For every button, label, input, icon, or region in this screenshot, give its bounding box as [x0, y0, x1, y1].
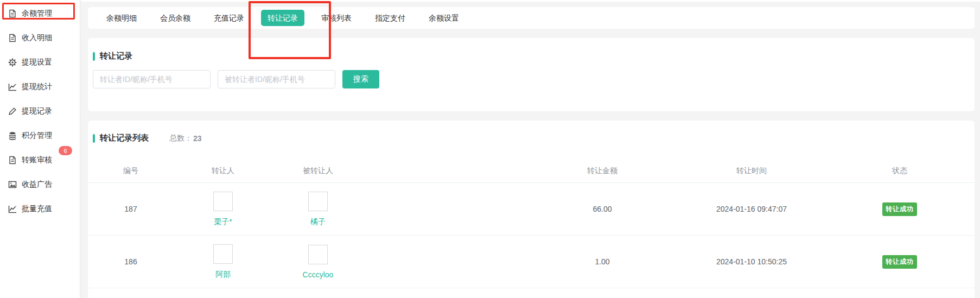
cell-amount: 66.00	[364, 183, 678, 235]
section-title-text: 转让记录列表	[100, 133, 149, 143]
sidebar-item-batch-recharge[interactable]: 批量充值	[0, 196, 80, 221]
table-row: 187 栗子* 橘子 66.00 2024-01-16 09:47:07 转让成…	[88, 183, 975, 236]
avatar[interactable]	[308, 245, 328, 264]
title-accent-bar	[93, 134, 95, 143]
sidebar-item-transfer-review[interactable]: 转账审核 6	[0, 148, 80, 172]
cell-status: 转让成功	[825, 183, 975, 235]
search-section-title: 转让记录	[88, 38, 975, 61]
sidebar: 余额管理 收入明细 提现设置 提现统计 提现记录	[0, 0, 80, 298]
sidebar-item-revenue-ads[interactable]: 收益广告	[0, 172, 80, 196]
sidebar-item-label: 积分管理	[22, 131, 52, 141]
user-name-link[interactable]: 阿部	[215, 270, 231, 280]
total-count: 总数： 23	[169, 134, 202, 143]
transferee-search-input[interactable]	[218, 70, 335, 88]
cell-id: 187	[88, 183, 174, 235]
user-name-link[interactable]: 栗子*	[214, 217, 232, 227]
tab-designated-payment[interactable]: 指定支付	[368, 10, 412, 26]
sidebar-item-withdraw-stats[interactable]: 提现统计	[0, 74, 80, 99]
gear-icon	[8, 58, 17, 67]
tab-balance-settings[interactable]: 余额设置	[422, 10, 466, 26]
tab-member-balance[interactable]: 会员余额	[154, 10, 197, 26]
avatar[interactable]	[213, 192, 233, 211]
total-value: 23	[193, 134, 202, 143]
cell-transferee: Ccccyloo	[272, 236, 364, 288]
cell-amount: 1.00	[364, 236, 678, 288]
notification-badge: 6	[59, 146, 72, 155]
column-header-transferor: 转让人	[174, 160, 272, 182]
cell-transferor: 阿部	[174, 236, 272, 288]
document-icon	[8, 34, 17, 42]
image-icon	[8, 180, 17, 189]
sidebar-item-label: 提现设置	[22, 58, 52, 67]
chart-line-icon	[8, 205, 17, 213]
status-badge: 转让成功	[882, 255, 917, 269]
total-label: 总数：	[169, 134, 192, 143]
avatar[interactable]	[213, 244, 233, 264]
tab-balance-detail[interactable]: 余额明细	[100, 10, 143, 26]
cell-status: 转让成功	[825, 236, 975, 288]
cell-time: 2024-01-16 09:47:07	[678, 183, 825, 235]
user-name-link[interactable]: Ccccyloo	[303, 270, 334, 279]
column-header-id: 编号	[88, 160, 174, 182]
sidebar-item-points-management[interactable]: 积分管理	[0, 123, 80, 148]
sidebar-item-income-detail[interactable]: 收入明细	[0, 26, 80, 50]
user-name-link[interactable]: 橘子	[310, 217, 326, 227]
coins-icon	[8, 131, 17, 140]
sidebar-item-label: 批量充值	[22, 204, 52, 214]
section-title-text: 转让记录	[100, 51, 132, 61]
avatar[interactable]	[308, 192, 328, 211]
sidebar-item-label: 收入明细	[22, 33, 52, 43]
chart-line-icon	[8, 83, 17, 91]
column-header-time: 转让时间	[678, 160, 825, 182]
sidebar-item-label: 提现记录	[22, 106, 52, 116]
column-header-amount: 转让金额	[364, 160, 678, 182]
title-accent-bar	[93, 52, 95, 61]
sidebar-item-label: 提现统计	[22, 82, 52, 92]
tabs-bar: 余额明细 会员余额 充值记录 转让记录 审核列表 指定支付 余额设置	[88, 7, 975, 29]
annotation-box-transfer-tab	[249, 1, 331, 59]
pencil-icon	[8, 107, 17, 116]
cell-transferee: 橘子	[272, 183, 364, 235]
table-row: 186 阿部 Ccccyloo 1.00 2024-01-10 10:50:25…	[88, 236, 975, 288]
transfer-list-panel: 转让记录列表 总数： 23 编号 转让人 被转让人 转让金额 转让时间 状态 1…	[88, 121, 975, 298]
sidebar-item-label: 转账审核	[22, 155, 52, 165]
column-header-transferee: 被转让人	[272, 160, 364, 182]
cell-id: 186	[88, 236, 174, 288]
sidebar-item-withdraw-settings[interactable]: 提现设置	[0, 50, 80, 74]
cell-transferor: 栗子*	[174, 183, 272, 235]
transferor-search-input[interactable]	[93, 70, 211, 88]
search-row: 搜索	[93, 70, 975, 88]
table-header-row: 编号 转让人 被转让人 转让金额 转让时间 状态	[88, 160, 975, 183]
sidebar-item-withdraw-records[interactable]: 提现记录	[0, 99, 80, 123]
document-icon	[8, 156, 17, 164]
sidebar-item-label: 收益广告	[22, 180, 52, 189]
search-panel: 转让记录 搜索	[88, 38, 975, 111]
status-badge: 转让成功	[882, 202, 917, 216]
column-header-status: 状态	[825, 160, 975, 182]
transfer-records-page: 余额管理 收入明细 提现设置 提现统计 提现记录	[0, 0, 980, 298]
search-button[interactable]: 搜索	[342, 70, 379, 88]
top-strip	[81, 0, 980, 2]
list-section-title: 转让记录列表 总数： 23	[88, 121, 975, 143]
tab-recharge-records[interactable]: 充值记录	[207, 10, 251, 26]
annotation-box-sidebar-balance	[2, 3, 75, 20]
cell-time: 2024-01-10 10:50:25	[678, 236, 825, 288]
